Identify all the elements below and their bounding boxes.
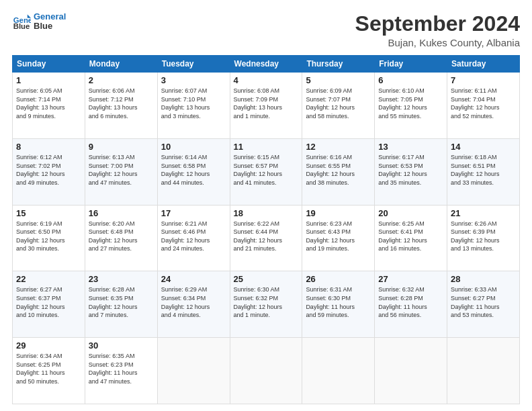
day-number: 10 — [161, 142, 226, 152]
day-number: 13 — [378, 142, 443, 152]
day-number: 23 — [89, 274, 154, 284]
day-number: 26 — [306, 274, 371, 284]
day-cell: 5Sunrise: 6:09 AM Sunset: 7:07 PM Daylig… — [302, 73, 375, 139]
header: General Blue General Blue September 2024… — [12, 12, 520, 48]
day-number: 21 — [451, 208, 516, 218]
day-number: 2 — [89, 75, 154, 85]
day-cell — [230, 338, 302, 404]
day-cell: 29Sunrise: 6:34 AM Sunset: 6:25 PM Dayli… — [13, 338, 85, 404]
day-cell: 9Sunrise: 6:13 AM Sunset: 7:00 PM Daylig… — [85, 138, 157, 205]
col-header-wednesday: Wednesday — [230, 56, 302, 73]
day-cell: 18Sunrise: 6:22 AM Sunset: 6:44 PM Dayli… — [230, 205, 302, 271]
day-info: Sunrise: 6:33 AM Sunset: 6:27 PM Dayligh… — [451, 285, 516, 319]
day-info: Sunrise: 6:09 AM Sunset: 7:07 PM Dayligh… — [306, 87, 371, 120]
logo-general: General — [34, 12, 66, 21]
day-info: Sunrise: 6:29 AM Sunset: 6:34 PM Dayligh… — [161, 285, 226, 319]
day-cell — [447, 338, 520, 404]
day-info: Sunrise: 6:35 AM Sunset: 6:23 PM Dayligh… — [89, 352, 154, 385]
day-info: Sunrise: 6:28 AM Sunset: 6:35 PM Dayligh… — [89, 285, 154, 319]
day-number: 25 — [234, 274, 299, 284]
day-info: Sunrise: 6:30 AM Sunset: 6:32 PM Dayligh… — [234, 285, 299, 319]
day-cell: 3Sunrise: 6:07 AM Sunset: 7:10 PM Daylig… — [157, 73, 230, 139]
day-info: Sunrise: 6:08 AM Sunset: 7:09 PM Dayligh… — [234, 87, 299, 120]
day-info: Sunrise: 6:18 AM Sunset: 6:51 PM Dayligh… — [451, 153, 516, 187]
day-number: 1 — [16, 75, 81, 85]
day-number: 27 — [378, 274, 443, 284]
day-number: 8 — [16, 142, 81, 152]
day-cell: 24Sunrise: 6:29 AM Sunset: 6:34 PM Dayli… — [157, 271, 230, 338]
logo: General Blue General Blue — [12, 12, 66, 32]
month-title: September 2024 — [355, 12, 520, 36]
logo-blue: Blue — [34, 21, 66, 31]
day-cell: 22Sunrise: 6:27 AM Sunset: 6:37 PM Dayli… — [13, 271, 85, 338]
day-number: 19 — [306, 208, 371, 218]
day-number: 15 — [16, 208, 81, 218]
week-row-3: 22Sunrise: 6:27 AM Sunset: 6:37 PM Dayli… — [13, 271, 520, 338]
day-info: Sunrise: 6:07 AM Sunset: 7:10 PM Dayligh… — [161, 87, 226, 120]
day-info: Sunrise: 6:10 AM Sunset: 7:05 PM Dayligh… — [378, 87, 443, 120]
day-cell: 23Sunrise: 6:28 AM Sunset: 6:35 PM Dayli… — [85, 271, 157, 338]
day-number: 3 — [161, 75, 226, 85]
day-info: Sunrise: 6:25 AM Sunset: 6:41 PM Dayligh… — [378, 220, 443, 253]
day-cell: 6Sunrise: 6:10 AM Sunset: 7:05 PM Daylig… — [375, 73, 447, 139]
day-cell: 17Sunrise: 6:21 AM Sunset: 6:46 PM Dayli… — [157, 205, 230, 271]
day-number: 17 — [161, 208, 226, 218]
day-number: 7 — [451, 75, 516, 85]
day-cell: 13Sunrise: 6:17 AM Sunset: 6:53 PM Dayli… — [375, 138, 447, 205]
day-info: Sunrise: 6:31 AM Sunset: 6:30 PM Dayligh… — [306, 285, 371, 319]
day-number: 18 — [234, 208, 299, 218]
day-info: Sunrise: 6:17 AM Sunset: 6:53 PM Dayligh… — [378, 153, 443, 187]
day-cell: 25Sunrise: 6:30 AM Sunset: 6:32 PM Dayli… — [230, 271, 302, 338]
day-cell: 20Sunrise: 6:25 AM Sunset: 6:41 PM Dayli… — [375, 205, 447, 271]
day-cell: 10Sunrise: 6:14 AM Sunset: 6:58 PM Dayli… — [157, 138, 230, 205]
day-cell: 12Sunrise: 6:16 AM Sunset: 6:55 PM Dayli… — [302, 138, 375, 205]
day-number: 6 — [378, 75, 443, 85]
day-info: Sunrise: 6:13 AM Sunset: 7:00 PM Dayligh… — [89, 153, 154, 187]
day-info: Sunrise: 6:27 AM Sunset: 6:37 PM Dayligh… — [16, 285, 81, 319]
day-info: Sunrise: 6:06 AM Sunset: 7:12 PM Dayligh… — [89, 87, 154, 120]
day-number: 14 — [451, 142, 516, 152]
col-header-saturday: Saturday — [447, 56, 520, 73]
day-number: 12 — [306, 142, 371, 152]
day-cell: 7Sunrise: 6:11 AM Sunset: 7:04 PM Daylig… — [447, 73, 520, 139]
week-row-2: 15Sunrise: 6:19 AM Sunset: 6:50 PM Dayli… — [13, 205, 520, 271]
day-number: 5 — [306, 75, 371, 85]
day-number: 9 — [89, 142, 154, 152]
day-cell: 2Sunrise: 6:06 AM Sunset: 7:12 PM Daylig… — [85, 73, 157, 139]
day-info: Sunrise: 6:32 AM Sunset: 6:28 PM Dayligh… — [378, 285, 443, 319]
day-number: 24 — [161, 274, 226, 284]
day-cell: 27Sunrise: 6:32 AM Sunset: 6:28 PM Dayli… — [375, 271, 447, 338]
day-info: Sunrise: 6:14 AM Sunset: 6:58 PM Dayligh… — [161, 153, 226, 187]
day-number: 20 — [378, 208, 443, 218]
day-info: Sunrise: 6:22 AM Sunset: 6:44 PM Dayligh… — [234, 220, 299, 253]
day-cell: 14Sunrise: 6:18 AM Sunset: 6:51 PM Dayli… — [447, 138, 520, 205]
week-row-0: 1Sunrise: 6:05 AM Sunset: 7:14 PM Daylig… — [13, 73, 520, 139]
day-info: Sunrise: 6:21 AM Sunset: 6:46 PM Dayligh… — [161, 220, 226, 253]
calendar-table: SundayMondayTuesdayWednesdayThursdayFrid… — [12, 55, 520, 404]
col-header-monday: Monday — [85, 56, 157, 73]
day-cell: 4Sunrise: 6:08 AM Sunset: 7:09 PM Daylig… — [230, 73, 302, 139]
day-cell: 15Sunrise: 6:19 AM Sunset: 6:50 PM Dayli… — [13, 205, 85, 271]
col-header-tuesday: Tuesday — [157, 56, 230, 73]
day-info: Sunrise: 6:26 AM Sunset: 6:39 PM Dayligh… — [451, 220, 516, 253]
day-info: Sunrise: 6:16 AM Sunset: 6:55 PM Dayligh… — [306, 153, 371, 187]
svg-text:Blue: Blue — [13, 22, 30, 30]
day-number: 30 — [89, 340, 154, 351]
day-info: Sunrise: 6:23 AM Sunset: 6:43 PM Dayligh… — [306, 220, 371, 253]
col-header-thursday: Thursday — [302, 56, 375, 73]
day-cell — [302, 338, 375, 404]
day-number: 29 — [16, 340, 81, 351]
day-cell: 26Sunrise: 6:31 AM Sunset: 6:30 PM Dayli… — [302, 271, 375, 338]
day-number: 11 — [234, 142, 299, 152]
day-info: Sunrise: 6:15 AM Sunset: 6:57 PM Dayligh… — [234, 153, 299, 187]
day-info: Sunrise: 6:11 AM Sunset: 7:04 PM Dayligh… — [451, 87, 516, 120]
day-cell — [157, 338, 230, 404]
day-cell: 1Sunrise: 6:05 AM Sunset: 7:14 PM Daylig… — [13, 73, 85, 139]
day-cell: 16Sunrise: 6:20 AM Sunset: 6:48 PM Dayli… — [85, 205, 157, 271]
logo-icon: General Blue — [12, 12, 31, 31]
title-block: September 2024 Bujan, Kukes County, Alba… — [355, 12, 520, 48]
day-cell: 21Sunrise: 6:26 AM Sunset: 6:39 PM Dayli… — [447, 205, 520, 271]
day-number: 16 — [89, 208, 154, 218]
day-cell: 8Sunrise: 6:12 AM Sunset: 7:02 PM Daylig… — [13, 138, 85, 205]
day-cell: 30Sunrise: 6:35 AM Sunset: 6:23 PM Dayli… — [85, 338, 157, 404]
